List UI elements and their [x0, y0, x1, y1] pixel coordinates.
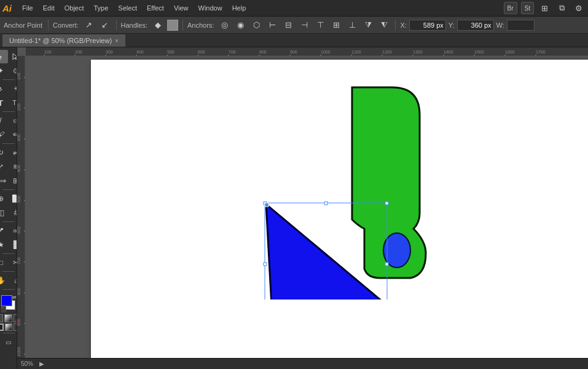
menu-window[interactable]: Window: [194, 3, 227, 13]
vertical-type-tool[interactable]: T↕: [9, 96, 17, 109]
x-input[interactable]: [409, 20, 446, 31]
anchor-top-left[interactable]: [265, 203, 269, 207]
fill-color-btn[interactable]: [0, 314, 3, 322]
w-input[interactable]: [507, 20, 535, 31]
menu-help[interactable]: Help: [228, 3, 251, 13]
distribute-v[interactable]: ⧨: [377, 18, 391, 32]
selection-tool[interactable]: [0, 50, 8, 63]
swap-colors-icon[interactable]: ⇄: [12, 295, 17, 300]
width-tool[interactable]: ⟺: [0, 174, 8, 188]
line-tool[interactable]: /: [0, 114, 8, 127]
stroke-gradient-btn[interactable]: [5, 323, 12, 331]
stock-button[interactable]: St: [521, 2, 534, 14]
handles-btn[interactable]: ◆: [151, 18, 165, 32]
svg-text:800: 800: [17, 288, 21, 295]
svg-text:1500: 1500: [474, 50, 484, 54]
svg-text:1600: 1600: [505, 50, 515, 54]
menu-view[interactable]: View: [170, 3, 193, 13]
rotate-tool[interactable]: ↻: [0, 146, 8, 159]
artboard-tools: □ ✂: [0, 256, 17, 269]
menu-file[interactable]: File: [18, 3, 37, 13]
bridge-button[interactable]: Br: [504, 2, 517, 14]
anchors-label: Anchors:: [187, 22, 214, 29]
status-bar: 50% ▶: [17, 358, 588, 369]
magic-wand-tool[interactable]: ✦: [0, 64, 8, 77]
foreground-swatch[interactable]: [1, 295, 12, 306]
svg-rect-4: [1, 228, 3, 230]
blend-tool[interactable]: ∞: [9, 224, 17, 237]
align-center-h[interactable]: ⊟: [281, 18, 295, 32]
lasso-tool[interactable]: ⊙: [9, 64, 17, 77]
tab-close-btn[interactable]: ×: [115, 38, 119, 44]
align-right[interactable]: ⊣: [297, 18, 311, 32]
anchors-btn2[interactable]: ◉: [233, 18, 247, 32]
free-transform-tool[interactable]: ⊞: [9, 174, 17, 188]
anchors-btn3[interactable]: ⬡: [249, 18, 263, 32]
extension-icon[interactable]: ⚙: [572, 1, 586, 15]
pen-tools: +: [0, 82, 17, 95]
menu-effect[interactable]: Effect: [143, 3, 168, 13]
gradient-tool[interactable]: ◫: [0, 206, 8, 220]
anchors-btn1[interactable]: ◎: [218, 18, 231, 32]
handles-label: Handles:: [121, 22, 147, 29]
svg-text:200: 200: [75, 50, 82, 54]
svg-text:100: 100: [17, 73, 21, 80]
menu-select[interactable]: Select: [114, 3, 141, 13]
arrange-windows[interactable]: ⧉: [555, 1, 568, 15]
svg-text:600: 600: [198, 50, 205, 54]
live-paint-tool[interactable]: ⬜: [9, 192, 17, 205]
align-top[interactable]: ⊤: [313, 18, 327, 32]
symbol-tool[interactable]: ★: [0, 238, 8, 252]
shape-builder-tool[interactable]: ⊕: [0, 192, 8, 205]
pencil-tool[interactable]: ✏: [9, 128, 17, 141]
handle-tm[interactable]: [324, 202, 327, 205]
eyedropper-tool[interactable]: [0, 224, 8, 237]
slice-tool[interactable]: ✂: [9, 256, 17, 269]
type-tool[interactable]: T: [0, 96, 8, 109]
scale-tool[interactable]: ⤢: [0, 160, 8, 173]
zoom-tool[interactable]: ⌕: [9, 274, 17, 287]
menu-edit[interactable]: Edit: [39, 3, 59, 13]
svg-text:600: 600: [17, 226, 21, 234]
menu-type[interactable]: Type: [90, 3, 113, 13]
convert-smooth-btn[interactable]: ↗: [82, 18, 96, 32]
toolbar: ✦ ⊙ + T T↕ / ▭ 🖌 ✏ ↻ ⇌ ⤢ ≋: [0, 47, 17, 369]
hand-tool[interactable]: ✋: [0, 274, 8, 287]
stroke-color-btn[interactable]: [0, 323, 4, 331]
direct-selection-tool[interactable]: [9, 50, 17, 63]
sep7: [2, 271, 15, 272]
document-canvas: [91, 60, 588, 369]
warp-tool[interactable]: ≋: [9, 160, 17, 173]
rectangle-tool[interactable]: ▭: [9, 114, 17, 127]
convert-corner-btn[interactable]: ↙: [98, 18, 112, 32]
handle-ml[interactable]: [264, 263, 267, 266]
align-center-v[interactable]: ⊞: [329, 18, 343, 32]
menu-bar: Ai File Edit Object Type Select Effect V…: [0, 0, 588, 17]
svg-text:1100: 1100: [351, 50, 361, 54]
graph-tool[interactable]: ▋: [9, 238, 17, 252]
workspace-switcher[interactable]: ⊞: [538, 1, 551, 15]
fill-gradient-btn[interactable]: [4, 314, 12, 322]
align-left[interactable]: ⊢: [265, 18, 279, 32]
svg-text:1000: 1000: [321, 50, 331, 54]
view-tools: ✋ ⌕: [0, 274, 17, 287]
paintbrush-tool[interactable]: 🖌: [0, 128, 8, 141]
distribute-h[interactable]: ⧩: [361, 18, 375, 32]
svg-text:900: 900: [17, 319, 21, 326]
pen-tool[interactable]: [0, 82, 8, 95]
artboard-tool[interactable]: □: [0, 256, 8, 269]
mesh-tool[interactable]: #: [9, 206, 17, 220]
align-bottom[interactable]: ⊥: [345, 18, 359, 32]
handle-tr[interactable]: [385, 202, 388, 205]
handle-mr[interactable]: [385, 263, 388, 266]
zoom-level[interactable]: 50%: [21, 360, 33, 367]
vertical-ruler: 100 200 300 400 500 600 700 800 900 1000: [17, 56, 26, 358]
screen-mode-btn[interactable]: ▭: [1, 335, 16, 349]
anchor-add-tool[interactable]: +: [9, 82, 17, 95]
horizontal-ruler: 100 200 300 400 500 600 700 800 900 1000…: [26, 47, 588, 57]
document-tab[interactable]: Untitled-1* @ 50% (RGB/Preview) ×: [2, 34, 125, 47]
separator-4: [395, 20, 396, 31]
reflect-tool[interactable]: ⇌: [9, 146, 17, 159]
menu-object[interactable]: Object: [60, 3, 88, 13]
y-input[interactable]: [457, 20, 494, 31]
